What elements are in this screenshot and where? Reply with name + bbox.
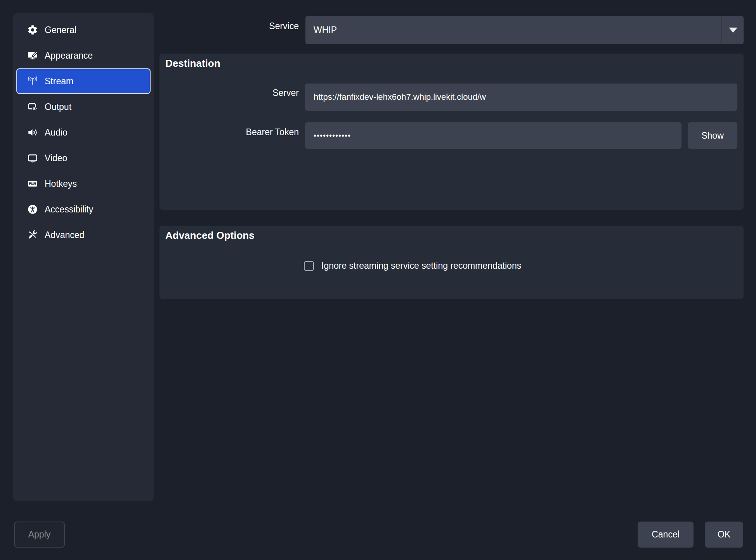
server-label: Server [206, 87, 299, 98]
sidebar-item-label: Appearance [45, 50, 93, 61]
bearer-token-input[interactable] [305, 122, 681, 149]
dropdown-arrow-zone[interactable] [721, 16, 744, 44]
service-selected-value: WHIP [305, 25, 721, 35]
video-icon [27, 153, 38, 163]
service-label: Service [206, 21, 299, 31]
sidebar-item-label: Accessibility [45, 204, 93, 215]
stream-antenna-icon [27, 76, 38, 87]
bearer-token-label: Bearer Token [206, 127, 299, 137]
sidebar-item-video[interactable]: Video [16, 145, 151, 171]
show-token-button[interactable]: Show [688, 122, 737, 149]
gear-icon [27, 24, 38, 35]
sidebar-item-label: Audio [45, 127, 68, 138]
sidebar-item-audio[interactable]: Audio [16, 120, 151, 145]
apply-button[interactable]: Apply [14, 522, 65, 548]
accessibility-icon [27, 204, 38, 215]
sidebar-item-hotkeys[interactable]: Hotkeys [16, 171, 151, 197]
audio-icon [27, 127, 38, 138]
hotkeys-icon [27, 178, 38, 189]
output-icon [27, 101, 38, 112]
chevron-down-icon [729, 28, 737, 33]
sidebar-item-output[interactable]: Output [16, 94, 151, 120]
sidebar-item-label: Video [45, 153, 67, 163]
sidebar-item-accessibility[interactable]: Accessibility [16, 197, 151, 222]
sidebar-item-advanced[interactable]: Advanced [16, 222, 151, 248]
sidebar-item-label: General [45, 25, 76, 35]
sidebar-item-label: Hotkeys [45, 179, 77, 189]
destination-title: Destination [165, 57, 220, 70]
settings-sidebar: General Appearance Stream Output Audio V… [13, 13, 154, 501]
appearance-icon [27, 50, 38, 61]
ignore-recommendations-label[interactable]: Ignore streaming service setting recomme… [321, 261, 521, 271]
ignore-recommendations-checkbox[interactable] [304, 261, 314, 271]
ignore-recommendations-row: Ignore streaming service setting recomme… [304, 261, 521, 271]
sidebar-item-label: Output [45, 102, 71, 112]
ok-button[interactable]: OK [705, 522, 743, 548]
cancel-button[interactable]: Cancel [638, 522, 694, 548]
advanced-icon [27, 230, 38, 240]
sidebar-item-general[interactable]: General [16, 17, 151, 43]
sidebar-item-stream[interactable]: Stream [16, 68, 151, 94]
advanced-options-title: Advanced Options [165, 230, 255, 242]
sidebar-item-label: Advanced [45, 230, 84, 240]
sidebar-item-appearance[interactable]: Appearance [16, 43, 151, 68]
sidebar-item-label: Stream [45, 76, 73, 87]
server-input[interactable] [305, 83, 737, 111]
service-dropdown[interactable]: WHIP [305, 16, 744, 44]
